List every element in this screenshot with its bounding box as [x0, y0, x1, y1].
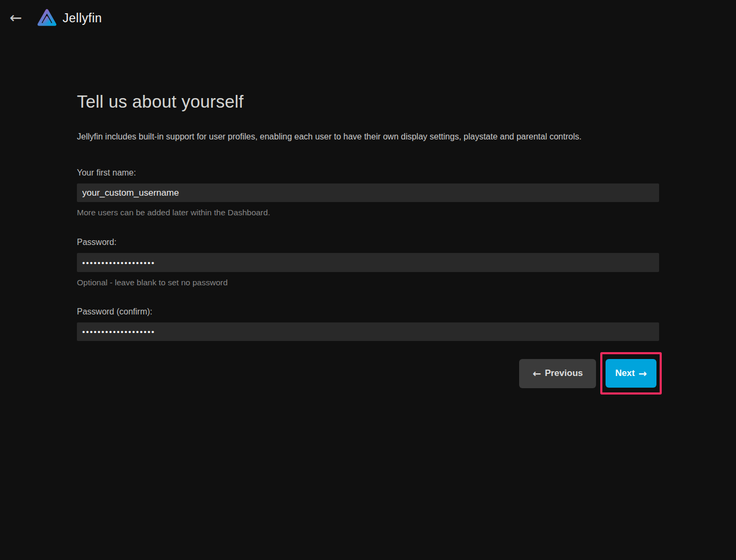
next-button-label: Next	[615, 368, 635, 379]
password-field-group: Password: Optional - leave blank to set …	[77, 237, 659, 287]
first-name-helper-text: More users can be added later within the…	[77, 207, 659, 217]
app-title: Jellyfin	[63, 11, 102, 25]
wizard-content: Tell us about yourself Jellyfin includes…	[77, 91, 659, 395]
password-helper-text: Optional - leave blank to set no passwor…	[77, 277, 659, 287]
password-confirm-input[interactable]	[77, 322, 659, 341]
page-description: Jellyfin includes built-in support for u…	[77, 132, 659, 142]
setup-wizard-page: ← Jellyfin Tell us about yourself Jellyf…	[0, 0, 736, 560]
password-confirm-label: Password (confirm):	[77, 307, 659, 317]
page-title: Tell us about yourself	[77, 91, 659, 112]
wizard-button-row: ← Previous Next →	[77, 352, 659, 395]
first-name-input[interactable]	[77, 183, 659, 202]
first-name-field-group: Your first name: More users can be added…	[77, 168, 659, 217]
password-input[interactable]	[77, 253, 659, 272]
arrow-right-icon: →	[638, 368, 647, 379]
back-arrow-icon[interactable]: ←	[10, 11, 28, 25]
app-header: ← Jellyfin	[0, 0, 736, 36]
jellyfin-logo-icon	[36, 6, 58, 30]
first-name-label: Your first name:	[77, 168, 659, 178]
previous-button[interactable]: ← Previous	[519, 359, 596, 388]
next-button[interactable]: Next →	[606, 359, 656, 388]
previous-button-label: Previous	[545, 368, 583, 379]
password-label: Password:	[77, 237, 659, 247]
next-button-highlight-annotation: Next →	[600, 352, 662, 395]
arrow-left-icon: ←	[532, 368, 541, 379]
password-confirm-field-group: Password (confirm):	[77, 307, 659, 341]
